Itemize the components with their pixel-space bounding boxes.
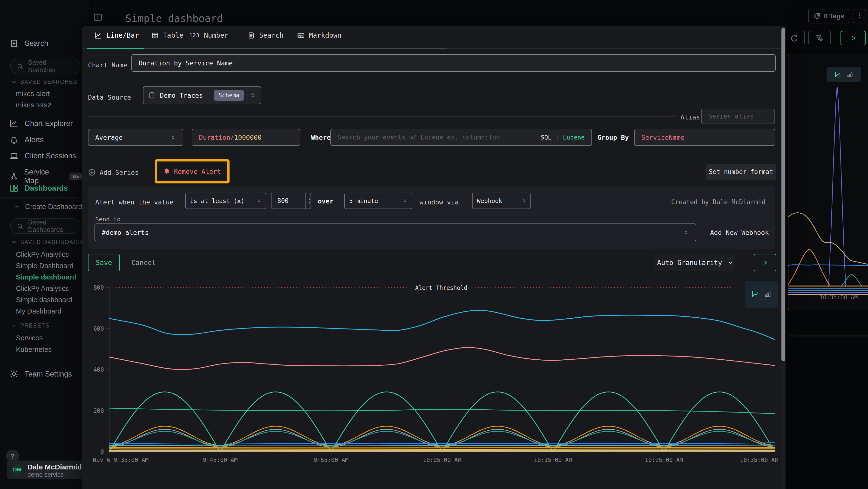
create-dashboard-button[interactable]: Create Dashboard [13, 203, 82, 211]
tab-markdown[interactable]: Markdown [297, 31, 341, 39]
sidebar-item-alerts[interactable]: Alerts [10, 136, 44, 144]
sidebar-item-chart-explorer[interactable]: Chart Explorer [10, 119, 73, 128]
presets-header[interactable]: PRESETS [11, 322, 50, 329]
bar-chart-icon[interactable] [764, 291, 771, 298]
plus-icon [13, 203, 20, 210]
tab-table[interactable]: Table [151, 31, 183, 39]
panel-toggle-icon[interactable] [93, 12, 103, 22]
over-label: over [318, 197, 334, 205]
modal-scrollbar-thumb[interactable] [781, 28, 785, 361]
bar-chart-icon[interactable] [846, 71, 853, 78]
set-number-format-button[interactable]: Set number format [706, 164, 776, 179]
background-chart-tile [788, 54, 868, 310]
alias-placeholder: Series alias [708, 113, 754, 120]
tab-number[interactable]: 123Number [189, 31, 228, 39]
where-search-input[interactable]: Search your events w/ Lucene ex. column:… [330, 129, 592, 146]
stepper-down-icon: ▾ [308, 201, 311, 204]
sidebar-item-mikes-tets2[interactable]: mikes tets2 [16, 101, 51, 109]
send-to-select[interactable]: #demo-alerts [94, 224, 696, 241]
sidebar-item-my-dashboard[interactable]: My Dashboard [16, 307, 61, 315]
search-icon [17, 63, 24, 70]
alert-channel-select[interactable]: Webhook [472, 193, 531, 209]
select-chevrons-icon [256, 198, 261, 203]
remove-alert-button[interactable]: Remove Alert [163, 167, 221, 176]
chevron-down-icon [11, 79, 17, 85]
sidebar-item-mikes-alert[interactable]: mikes alert [16, 90, 50, 98]
mode-separator: | [556, 134, 559, 141]
alert-config-panel: Alert when the value is at least (≥) 800… [88, 186, 775, 249]
aggregation-select[interactable]: Average [88, 129, 183, 146]
schema-badge[interactable]: Schema [214, 90, 244, 100]
expr-field: Duration [199, 134, 230, 141]
number-stepper[interactable]: ▴▾ [306, 193, 311, 208]
save-button[interactable]: Save [88, 254, 120, 271]
sidebar-item-client-sessions[interactable]: Client Sessions [10, 151, 76, 160]
more-options-button[interactable] [852, 9, 866, 23]
saved-dashboards-input[interactable]: Saved Dashboards [10, 219, 81, 234]
background-x-axis-label: 10:35:00 AM [812, 294, 865, 301]
line-chart-icon[interactable] [751, 290, 760, 298]
select-chevrons-icon [250, 92, 256, 98]
saved-searches-header[interactable]: SAVED SEARCHES [11, 79, 78, 85]
sidebar-item-dashboards[interactable]: Dashboards [10, 184, 68, 193]
doc-list-icon [248, 32, 255, 39]
alert-window-select[interactable]: 5 minute [344, 193, 412, 209]
number-123-icon: 123 [189, 32, 199, 38]
data-source-select[interactable]: Demo Traces Schema [143, 86, 261, 104]
series-alias-input[interactable]: Series alias [701, 109, 775, 124]
background-run-button[interactable] [840, 31, 866, 46]
background-filter-button[interactable] [808, 31, 831, 46]
markdown-icon [297, 32, 305, 39]
run-chart-button[interactable] [754, 254, 776, 271]
expr-operator: / [230, 134, 234, 141]
dashboards-icon [10, 184, 18, 193]
expr-number: 1000000 [234, 134, 261, 141]
select-chevrons-icon [403, 198, 407, 203]
sidebar-item-team-settings[interactable]: Team Settings [10, 370, 72, 378]
sidebar-item-clickpy-analytics[interactable]: ClickPy Analytics [16, 285, 69, 292]
filter-icon [815, 34, 824, 42]
tab-search[interactable]: Search [248, 31, 283, 39]
add-new-webhook-button[interactable]: Add New Webhook [710, 229, 769, 236]
sidebar-item-simple-dashboard[interactable]: Simple Dashboard [16, 262, 73, 270]
chart-name-input[interactable]: Duration by Service Name [131, 54, 776, 72]
table-icon [151, 32, 159, 39]
background-charttype-toggle[interactable] [827, 67, 861, 82]
saved-dashboards-header[interactable]: SAVED DASHBOARDS [11, 239, 87, 246]
chevron-down-icon [11, 323, 17, 329]
sidebar-item-simple-dashboard[interactable]: Simple dashboard [16, 296, 72, 304]
cancel-button[interactable]: Cancel [131, 259, 156, 267]
tag-icon [813, 12, 820, 20]
sql-mode-toggle[interactable]: SQL [540, 134, 551, 141]
sidebar-item-search[interactable]: Search [10, 39, 48, 48]
alert-threshold-input[interactable]: 800 ▴▾ [271, 193, 311, 209]
add-series-button[interactable]: Add Series [88, 166, 139, 179]
database-icon [148, 92, 156, 99]
chart-charttype-toggle[interactable] [745, 281, 778, 308]
background-refresh-button[interactable] [783, 31, 805, 46]
sidebar-item-clickpy-analytics[interactable]: ClickPy Analytics [16, 251, 69, 259]
granularity-select[interactable]: Auto Granularity [655, 254, 735, 271]
doc-list-icon [10, 39, 18, 48]
select-chevrons-icon [170, 135, 176, 140]
saved-searches-input[interactable]: Saved Searches [10, 59, 81, 74]
line-chart-icon[interactable] [835, 71, 842, 78]
sidebar-divider [0, 197, 89, 198]
chevron-down-icon [11, 239, 17, 245]
tags-button[interactable]: 0 Tags [808, 9, 849, 23]
field-expression-input[interactable]: Duration/1000000 [192, 129, 300, 146]
group-by-input[interactable]: ServiceName [634, 129, 775, 146]
sidebar-item-services[interactable]: Services [16, 334, 43, 342]
refresh-icon [789, 34, 798, 42]
sidebar-item-simple-dashboard[interactable]: Simple dashboard [16, 273, 76, 281]
alert-condition-select[interactable]: is at least (≥) [185, 193, 266, 209]
service-map-icon [10, 172, 18, 181]
chart-name-label: Chart Name [88, 61, 127, 69]
sidebar-item-service-map[interactable]: Service MapBETA [10, 168, 89, 185]
sidebar-item-kubernetes[interactable]: Kubernetes [16, 346, 52, 353]
hyperdx-app: 10:35:00 AM HyperDX Simple dashboard 0 T… [0, 0, 868, 489]
tab-line-bar[interactable]: Line/Bar [95, 31, 139, 39]
data-source-label: Data Source [88, 94, 131, 101]
lucene-mode-toggle[interactable]: Lucene [563, 134, 585, 141]
page-title: Simple dashboard [125, 12, 223, 24]
